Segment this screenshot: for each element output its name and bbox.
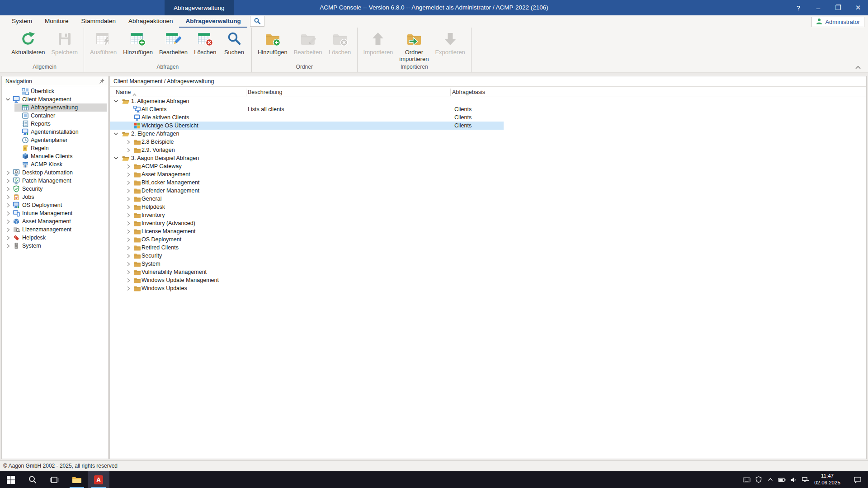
sidebar-item-patch-management[interactable]: Patch Management [2, 177, 108, 185]
ribbon-tab-system[interactable]: System [5, 15, 38, 28]
ribbon-button-bearbeiten[interactable]: Bearbeiten [156, 28, 191, 56]
table-row[interactable]: Inventory [110, 211, 866, 219]
sidebar-item-jobs[interactable]: Jobs [2, 193, 108, 201]
table-row[interactable]: 2.8 Beispiele [110, 138, 866, 146]
sidebar-item-security[interactable]: Security [2, 185, 108, 193]
column-header-abfragebasis[interactable]: Abfragebasis [452, 88, 485, 97]
ribbon-button-löschen[interactable]: Löschen [326, 28, 354, 56]
ribbon-button-hinzufügen[interactable]: Hinzufügen [255, 28, 291, 56]
table-row[interactable]: Retired Clients [110, 244, 866, 252]
chevron-right-icon[interactable] [127, 237, 131, 244]
sync-icon[interactable] [766, 476, 774, 483]
battery-icon[interactable] [778, 476, 786, 483]
sidebar-item-system[interactable]: System [2, 242, 108, 250]
user-badge[interactable]: Administrator [811, 17, 864, 27]
table-row[interactable]: Wichtige OS Übersicht Clients [110, 122, 866, 130]
chevron-right-icon[interactable] [127, 269, 131, 276]
table-row[interactable]: Security [110, 252, 866, 260]
table-row[interactable]: Vulnerability Management [110, 268, 866, 276]
ribbon-tab-monitore[interactable]: Monitore [38, 15, 75, 28]
table-row[interactable]: Windows Updates [110, 284, 866, 292]
sidebar-item-manuelle-clients[interactable]: Manuelle Clients [2, 152, 108, 160]
table-row[interactable]: BitLocker Management [110, 178, 866, 187]
ribbon-collapse-button[interactable] [854, 65, 862, 70]
table-row[interactable]: 3. Aagon Beispiel Abfragen [110, 154, 866, 162]
table-row[interactable]: 2.9. Vorlagen [110, 146, 866, 154]
chevron-right-icon[interactable] [6, 219, 10, 225]
chevron-right-icon[interactable] [127, 180, 131, 187]
table-row[interactable]: Alle aktiven Clients Clients [110, 113, 866, 122]
table-row[interactable]: OS Deployment [110, 235, 866, 244]
column-header-beschreibung[interactable]: Beschreibung [248, 88, 282, 97]
ribbon-button-importieren[interactable]: Importieren [360, 28, 396, 56]
chevron-right-icon[interactable] [6, 243, 10, 250]
ribbon-tab-stammdaten[interactable]: Stammdaten [75, 15, 123, 28]
sidebar-item-client-management[interactable]: Client Management [2, 95, 108, 103]
chevron-right-icon[interactable] [127, 221, 131, 227]
sidebar-item-agenteninstallation[interactable]: Agenteninstallation [2, 128, 108, 136]
sidebar-item-desktop-automation[interactable]: Desktop Automation [2, 169, 108, 177]
start-button[interactable] [0, 471, 22, 488]
chevron-right-icon[interactable] [127, 204, 131, 211]
sidebar-item-regeln[interactable]: Regeln [2, 144, 108, 152]
ribbon-button-löschen[interactable]: Löschen [191, 28, 220, 56]
table-row[interactable]: System [110, 260, 866, 268]
pin-icon[interactable] [99, 78, 105, 85]
chevron-right-icon[interactable] [127, 212, 131, 219]
table-row[interactable]: General [110, 195, 866, 203]
chevron-down-icon[interactable] [5, 96, 10, 103]
shield-icon[interactable] [755, 476, 762, 483]
touch-keyboard-icon[interactable] [743, 476, 750, 483]
table-row[interactable]: Defender Management [110, 187, 866, 195]
chevron-right-icon[interactable] [127, 253, 131, 260]
show-desktop-button[interactable] [866, 471, 868, 488]
table-row[interactable]: ACMP Gateway [110, 162, 866, 170]
ribbon-button-exportieren[interactable]: Exportieren [432, 28, 468, 56]
sidebar-item-überblick[interactable]: Überblick [2, 87, 108, 95]
ribbon-button-hinzufügen[interactable]: Hinzufügen [120, 28, 156, 56]
table-row[interactable]: Helpdesk [110, 203, 866, 211]
taskbar-clock[interactable]: 11:47 02.06.2025 [810, 473, 844, 486]
chevron-right-icon[interactable] [127, 139, 131, 146]
ribbon-button-ordner-importieren[interactable]: Ordner importieren [396, 28, 432, 62]
chevron-right-icon[interactable] [6, 178, 10, 185]
sidebar-item-lizenzmanagement[interactable]: Lizenzmanagement [2, 225, 108, 234]
chevron-right-icon[interactable] [127, 172, 131, 178]
chevron-right-icon[interactable] [127, 196, 131, 203]
chevron-down-icon[interactable] [113, 98, 118, 105]
chevron-down-icon[interactable] [113, 155, 118, 162]
ribbon-button-ausführen[interactable]: Ausführen [87, 28, 120, 56]
chevron-right-icon[interactable] [6, 211, 10, 217]
chevron-right-icon[interactable] [127, 188, 131, 195]
ribbon-button-bearbeiten[interactable]: Bearbeiten [291, 28, 326, 56]
table-row[interactable]: Inventory (Advanced) [110, 219, 866, 227]
sidebar-item-intune-management[interactable]: Intune Management [2, 209, 108, 217]
chevron-right-icon[interactable] [127, 286, 131, 292]
ribbon-button-aktualisieren[interactable]: Aktualisieren [8, 28, 48, 56]
table-row[interactable]: All Clients Lists all clients Clients [110, 105, 866, 113]
speaker-icon[interactable] [790, 476, 797, 483]
table-row[interactable]: Windows Update Management [110, 276, 866, 284]
ribbon-tab-abfrageverwaltung[interactable]: Abfrageverwaltung [179, 15, 247, 28]
restore-button[interactable]: ❐ [828, 0, 848, 15]
chevron-right-icon[interactable] [6, 186, 10, 193]
chevron-right-icon[interactable] [127, 245, 131, 252]
ribbon-button-suchen[interactable]: Suchen [220, 28, 249, 56]
chevron-right-icon[interactable] [127, 261, 131, 268]
chevron-right-icon[interactable] [127, 277, 131, 284]
table-row[interactable]: Asset Management [110, 170, 866, 178]
chevron-right-icon[interactable] [6, 170, 10, 177]
chevron-right-icon[interactable] [127, 164, 131, 170]
network-icon[interactable] [802, 476, 809, 483]
sidebar-item-os-deployment[interactable]: OS Deployment [2, 201, 108, 209]
acmp-app-button[interactable]: A [88, 471, 109, 488]
task-view-button[interactable] [43, 471, 65, 488]
taskbar-search-button[interactable] [22, 471, 43, 488]
chevron-right-icon[interactable] [6, 194, 10, 201]
chevron-right-icon[interactable] [6, 202, 10, 209]
column-header-name[interactable]: Name [116, 88, 131, 97]
minimize-button[interactable]: – [808, 0, 828, 15]
close-button[interactable]: ✕ [848, 0, 868, 15]
table-row[interactable]: License Management [110, 227, 866, 235]
chevron-right-icon[interactable] [127, 229, 131, 235]
